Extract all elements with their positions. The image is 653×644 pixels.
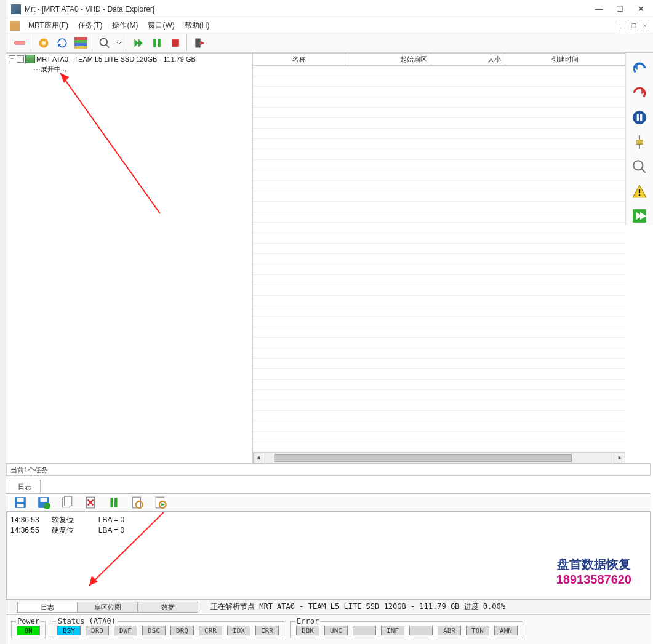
menu-bar: MRT应用(F) 任务(T) 操作(M) 窗口(W) 帮助(H) – ❐ × (6, 18, 653, 33)
copy-icon[interactable] (60, 496, 74, 509)
grid-body[interactable] (253, 66, 625, 452)
menu-task[interactable]: 任务(T) (74, 19, 106, 32)
redo-icon[interactable] (631, 85, 647, 101)
flag-drq: DRQ (170, 626, 194, 635)
find-next-icon[interactable] (154, 496, 167, 509)
watermark-phone: 18913587620 (556, 573, 631, 587)
tab-log[interactable]: 日志 (17, 602, 78, 613)
svg-rect-7 (74, 46, 87, 49)
mdi-minimize-button[interactable]: – (619, 22, 627, 30)
log-text-area[interactable]: 14:36:53 软复位 LBA = 0 14:36:55 硬复位 LBA = … (6, 512, 651, 600)
magnify-icon[interactable] (631, 159, 647, 175)
undo-icon[interactable] (631, 60, 647, 76)
tree-collapse-icon[interactable]: − (9, 55, 15, 62)
status-bar: Power ON Status (ATA0) BSY DRD DWF DSC D… (6, 614, 651, 644)
scroll-thumb[interactable] (274, 454, 572, 462)
col-start-sector[interactable]: 起始扇区 (345, 54, 431, 65)
palette-icon[interactable] (73, 36, 88, 50)
flag-blank2 (409, 626, 433, 635)
svg-point-8 (100, 38, 108, 46)
flag-blank1 (353, 626, 376, 635)
refresh-icon[interactable] (55, 36, 70, 50)
svg-marker-44 (89, 576, 98, 586)
pause-log-icon[interactable] (107, 496, 121, 509)
pause-circle-icon[interactable] (631, 109, 647, 125)
red-arrow-annotation (31, 66, 166, 220)
save-icon[interactable] (14, 496, 27, 509)
file-grid-panel: 名称 起始扇区 大小 创建时间 ◄ ► (252, 54, 625, 463)
power-led: ON (17, 626, 40, 635)
play-icon[interactable] (131, 36, 146, 50)
log-tab[interactable]: 日志 (9, 480, 41, 493)
svg-point-31 (44, 503, 50, 509)
svg-rect-20 (636, 140, 643, 145)
menu-help[interactable]: 帮助(H) (181, 19, 214, 32)
tab-data[interactable]: 数据 (138, 602, 198, 613)
tree-child-row: ⋯ 展开中... (6, 64, 252, 74)
forward-arrow-icon[interactable] (631, 208, 647, 224)
mdi-restore-button[interactable]: ❐ (630, 22, 638, 30)
col-create-time[interactable]: 创建时间 (505, 54, 625, 65)
menu-window[interactable]: 窗口(W) (144, 19, 178, 32)
svg-marker-15 (60, 73, 69, 83)
minimize-button[interactable]: — (594, 4, 604, 14)
power-label: Power (15, 617, 41, 626)
svg-rect-17 (637, 114, 639, 121)
col-name[interactable]: 名称 (253, 54, 345, 65)
flag-crr: CRR (199, 626, 222, 635)
svg-rect-11 (158, 39, 161, 47)
tab-sector-bitmap[interactable]: 扇区位图 (78, 602, 138, 613)
tree-root-label: MRT ATA0 - TEAM L5 LITE SSD 120GB - 111.… (36, 55, 196, 63)
log-toolbar (6, 493, 651, 512)
maximize-button[interactable]: ☐ (615, 4, 625, 14)
svg-rect-10 (153, 39, 156, 47)
svg-rect-18 (640, 114, 642, 121)
svg-rect-1 (14, 42, 25, 44)
svg-point-16 (633, 111, 646, 124)
menu-operate[interactable]: 操作(M) (108, 19, 142, 32)
mdi-close-button[interactable]: × (641, 22, 649, 30)
delete-log-icon[interactable] (84, 496, 97, 509)
svg-point-24 (639, 194, 641, 196)
watermark: 盘首数据恢复 18913587620 (556, 556, 631, 587)
svg-line-22 (641, 169, 646, 173)
flag-bsy: BSY (57, 626, 81, 635)
stop-icon[interactable] (168, 36, 183, 50)
tree-checkbox[interactable] (17, 55, 24, 63)
horizontal-scrollbar[interactable]: ◄ ► (253, 452, 625, 463)
tree-root-row[interactable]: − MRT ATA0 - TEAM L5 LITE SSD 120GB - 11… (6, 54, 252, 64)
flag-unc: UNC (324, 626, 348, 635)
warning-icon[interactable] (631, 183, 647, 199)
flag-drd: DRD (86, 626, 109, 635)
gear-icon[interactable] (36, 36, 51, 50)
search-icon[interactable] (97, 36, 112, 50)
close-button[interactable]: ✕ (636, 4, 646, 14)
dropdown-arrow-icon[interactable] (116, 36, 122, 50)
scroll-right-icon[interactable]: ► (615, 453, 625, 463)
svg-line-9 (106, 44, 110, 47)
disk-device-icon (25, 55, 35, 63)
svg-line-14 (60, 73, 160, 213)
exit-icon[interactable] (192, 36, 207, 50)
svg-rect-28 (17, 504, 24, 507)
bottom-panel: 当前1个任务 日志 14:36:53 软复位 LBA = 0 14:36:55 … (6, 463, 651, 613)
log-line: 14:36:53 软复位 LBA = 0 (10, 515, 646, 525)
col-size[interactable]: 大小 (431, 54, 505, 65)
svg-rect-6 (74, 43, 87, 46)
power-group: Power ON (11, 621, 46, 638)
menu-mrt-app[interactable]: MRT应用(F) (25, 19, 72, 32)
slider-icon[interactable] (631, 134, 647, 150)
svg-rect-12 (172, 39, 179, 47)
flag-dsc: DSC (142, 626, 166, 635)
status-label: Status (ATA0) (56, 617, 118, 626)
flag-idx: IDX (227, 626, 250, 635)
grid-header: 名称 起始扇区 大小 创建时间 (253, 54, 625, 66)
disk-icon[interactable] (12, 36, 27, 50)
svg-rect-5 (74, 40, 87, 43)
left-edge-strip (0, 0, 6, 644)
scroll-left-icon[interactable]: ◄ (253, 453, 263, 463)
find-log-icon[interactable] (130, 496, 144, 509)
pause-icon[interactable] (150, 36, 164, 50)
flag-inf: INF (381, 626, 404, 635)
save-all-icon[interactable] (37, 496, 50, 509)
